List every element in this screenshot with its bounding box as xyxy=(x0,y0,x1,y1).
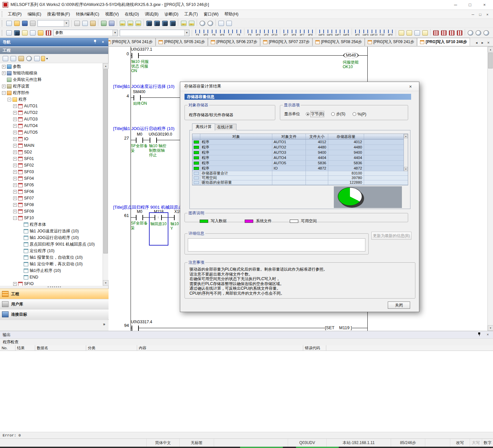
tree-item[interactable]: +程序设置 xyxy=(0,83,109,90)
copy-icon[interactable] xyxy=(81,19,89,27)
new-project-icon[interactable] xyxy=(5,19,13,27)
contact[interactable] xyxy=(132,53,139,58)
monitor-mode-icon[interactable] xyxy=(145,19,153,27)
output-table-body[interactable] xyxy=(0,351,493,432)
ladder-symbol-button-caF10[interactable]: caF10 xyxy=(370,29,378,37)
cross-reference-icon[interactable] xyxy=(217,19,225,27)
mdi-close-icon[interactable]: × xyxy=(484,11,491,17)
ladder-symbol-button-saF8[interactable]: saF8 xyxy=(342,29,350,37)
ladder-symbol-button-aF5[interactable]: aF5 xyxy=(353,29,361,37)
paste-icon[interactable] xyxy=(89,19,97,27)
update-latest-button[interactable]: 更新为最新的信息(B) xyxy=(371,232,411,240)
monitor-write-mode-icon[interactable] xyxy=(153,19,161,27)
tree-expander-icon[interactable]: + xyxy=(13,111,17,115)
zoom-in-icon[interactable] xyxy=(466,29,474,37)
tree-item[interactable]: −SF10 xyxy=(0,215,109,221)
tab-close-icon[interactable]: × xyxy=(485,40,491,46)
tree-item[interactable]: +AUTO1 xyxy=(0,103,109,109)
ladder-symbol-button-F9[interactable]: F9 xyxy=(246,29,254,37)
editor-tab-4[interactable]: [PRG]写入 SF07 237步 xyxy=(260,38,312,46)
cut-icon[interactable] xyxy=(73,19,81,27)
scroll-up-icon[interactable]: ▲ xyxy=(103,63,109,69)
find-combo[interactable]: ▼ xyxy=(120,30,189,36)
ladder-symbol-button-F5[interactable]: F5 xyxy=(193,29,202,37)
tree-item[interactable]: +SF01 xyxy=(0,155,109,162)
tree-item[interactable]: +SD2 xyxy=(0,149,109,155)
tree-item[interactable]: 轴1 JOG运行启动程序 (10) xyxy=(0,234,109,241)
editor-tab-2[interactable]: [PRG]写入 SF05 241步 xyxy=(156,38,208,46)
undo-icon[interactable] xyxy=(100,19,108,27)
ladder-symbol-button-F8[interactable]: F8 xyxy=(234,29,243,37)
nav-button-0[interactable]: 工程 xyxy=(0,289,109,299)
tree-item[interactable]: +SF03 xyxy=(0,169,109,175)
tree-item[interactable]: +AUTO2 xyxy=(0,109,109,116)
unit-radio-0[interactable]: 字节(B) xyxy=(306,111,324,117)
intelligent-module-icon[interactable] xyxy=(13,29,21,37)
tree-scrollbar[interactable]: ▲ ▼ xyxy=(103,63,108,286)
menu-item-1[interactable]: 编辑(E) xyxy=(25,10,44,19)
tree-item[interactable]: +SF05 xyxy=(0,182,109,188)
statement-display-icon[interactable] xyxy=(413,29,421,37)
menu-item-7[interactable]: 诊断(D) xyxy=(161,10,181,19)
contact[interactable] xyxy=(134,95,141,100)
tree-expander-icon[interactable]: + xyxy=(13,131,17,134)
pou-list-icon[interactable] xyxy=(37,29,44,37)
zoom-fit-icon[interactable] xyxy=(482,29,490,37)
sort-icon[interactable] xyxy=(33,55,41,63)
menu-item-3[interactable]: 转换/编译(C) xyxy=(73,10,102,19)
scroll-up-icon[interactable]: ▲ xyxy=(488,47,493,52)
tree-item[interactable]: +SFIO xyxy=(0,280,109,286)
tree-item[interactable]: +AUTO5 xyxy=(0,129,109,136)
tree-item[interactable]: +AUTO4 xyxy=(0,122,109,129)
write-to-plc-icon[interactable] xyxy=(118,19,126,27)
tree-expander-icon[interactable]: + xyxy=(13,282,17,286)
pin-icon[interactable] xyxy=(477,332,482,337)
zoom-out-icon[interactable] xyxy=(474,29,482,37)
tree-expander-icon[interactable]: + xyxy=(13,124,17,128)
ladder-symbol-button-sF5[interactable]: sF5 xyxy=(202,29,210,37)
save-project-icon[interactable] xyxy=(21,19,29,27)
tree-expander-icon[interactable]: + xyxy=(13,203,17,207)
ladder-symbol-button-sF8[interactable]: sF8 xyxy=(290,29,298,37)
scroll-down-icon[interactable]: ▼ xyxy=(404,167,408,171)
menu-item-9[interactable]: 窗口(W) xyxy=(201,10,221,19)
tree-expander-icon[interactable]: + xyxy=(13,118,17,121)
unit-radio-1[interactable]: 步(S) xyxy=(331,111,345,117)
tree-item[interactable]: 原点回归程序 9001 机械回原点 (10) xyxy=(0,241,109,248)
editor-tab-3[interactable]: [PRG]写入 SF06 237步 xyxy=(208,38,260,46)
tree-item[interactable]: +SF07 xyxy=(0,195,109,201)
window-select-combo[interactable]: ▼ xyxy=(37,20,69,27)
tree-item[interactable]: 定位程序 (10) xyxy=(0,248,109,254)
maximize-icon[interactable]: □ xyxy=(463,0,477,10)
contact[interactable] xyxy=(136,138,143,143)
splitter-handle[interactable] xyxy=(48,286,61,287)
tab-scroll-left-icon[interactable]: ◄ xyxy=(474,40,480,46)
ladder-symbol-button-saF7[interactable]: saF7 xyxy=(334,29,342,37)
program-setting-icon[interactable] xyxy=(29,29,37,37)
scroll-down-icon[interactable]: ▼ xyxy=(488,325,493,331)
global-device-comment-icon[interactable] xyxy=(21,29,29,37)
menu-item-6[interactable]: 调试(B) xyxy=(142,10,161,19)
delete-column-icon[interactable] xyxy=(456,29,463,37)
close-icon[interactable]: × xyxy=(477,0,492,10)
tab-online-calculation[interactable]: 在线计算 xyxy=(213,124,236,130)
overflow-chevron-icon[interactable]: » xyxy=(103,322,105,327)
ladder-symbol-button-aF8[interactable]: aF8 xyxy=(306,29,314,37)
scrollbar-thumb[interactable] xyxy=(103,69,108,253)
nav-button-1[interactable]: 用户库 xyxy=(0,299,109,309)
ladder-symbol-button-F10[interactable]: F10 xyxy=(378,29,386,37)
table-scrollbar[interactable]: ▲ ▼ xyxy=(404,134,408,171)
insert-column-icon[interactable] xyxy=(448,29,456,37)
ladder-symbol-button-caF5[interactable]: caF5 xyxy=(361,29,370,37)
mdi-restore-icon[interactable]: □ xyxy=(477,11,484,17)
tree-item[interactable]: +SF08 xyxy=(0,201,109,208)
tree-item[interactable]: 轴1 报警复位，自动复位 (10) xyxy=(0,254,109,261)
editor-tab-1[interactable]: [PRG]写入 SF04 241步 xyxy=(109,38,156,46)
tree-expander-icon[interactable]: + xyxy=(13,164,17,167)
tree-expander-icon[interactable]: + xyxy=(13,144,17,147)
tab-offline-calculation[interactable]: 离线计算 xyxy=(192,123,215,131)
start-monitor-icon[interactable] xyxy=(161,19,169,27)
ladder-symbol-button-sF7[interactable]: sF7 xyxy=(282,29,290,37)
property-icon[interactable] xyxy=(25,55,33,63)
ladder-symbol-button-sF9[interactable]: sF9 xyxy=(254,29,262,37)
